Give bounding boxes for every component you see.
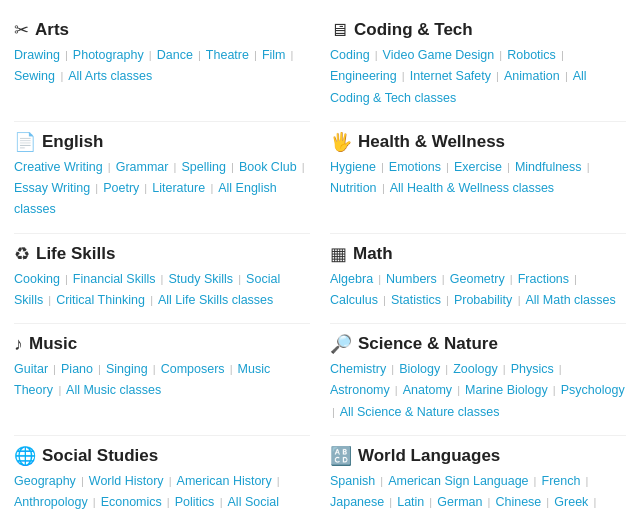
separator: | — [274, 475, 280, 487]
separator: | — [164, 496, 173, 508]
science-nature-icon: 🔎 — [330, 335, 352, 353]
category-link[interactable]: Spanish — [330, 474, 375, 488]
separator: | — [571, 273, 577, 285]
separator: | — [378, 161, 387, 173]
category-link[interactable]: Physics — [511, 362, 554, 376]
category-link[interactable]: Geography — [14, 474, 76, 488]
all-classes-link[interactable]: All Health & Wellness classes — [390, 181, 554, 195]
category-link[interactable]: French — [542, 474, 581, 488]
category-link[interactable]: Essay Writing — [14, 181, 90, 195]
category-link[interactable]: Anthropology — [14, 495, 88, 509]
category-link[interactable]: Fractions — [518, 272, 569, 286]
all-classes-link[interactable]: All Math classes — [525, 293, 615, 307]
separator: | — [150, 294, 153, 306]
category-header: ♻Life Skills — [14, 244, 310, 264]
coding-tech-icon: 🖥 — [330, 21, 348, 39]
category-link[interactable]: Biology — [399, 362, 440, 376]
category-title: Science & Nature — [358, 334, 498, 354]
category-link[interactable]: Calculus — [330, 293, 378, 307]
category-link[interactable]: Robotics — [507, 48, 556, 62]
category-title: English — [42, 132, 103, 152]
category-link[interactable]: Singing — [106, 362, 148, 376]
category-link[interactable]: Statistics — [391, 293, 441, 307]
category-link[interactable]: Zoology — [453, 362, 497, 376]
category-link[interactable]: Coding — [330, 48, 370, 62]
separator: | — [105, 161, 114, 173]
category-link[interactable]: Cooking — [14, 272, 60, 286]
category-link[interactable]: Grammar — [116, 160, 169, 174]
category-link[interactable]: Politics — [175, 495, 215, 509]
arts-icon: ✂ — [14, 21, 29, 39]
category-header: 🖥Coding & Tech — [330, 20, 626, 40]
separator: | — [439, 273, 448, 285]
separator: | — [299, 161, 305, 173]
category-link[interactable]: Economics — [101, 495, 162, 509]
category-link[interactable]: Hygiene — [330, 160, 376, 174]
category-link[interactable]: Dance — [157, 48, 193, 62]
category-link[interactable]: Spelling — [181, 160, 225, 174]
category-header: ♪Music — [14, 334, 310, 354]
all-classes-link[interactable]: All Science & Nature classes — [340, 405, 500, 419]
category-link[interactable]: Critical Thinking — [56, 293, 145, 307]
separator: | — [496, 49, 505, 61]
separator: | — [227, 363, 236, 375]
category-link[interactable]: American History — [177, 474, 272, 488]
category-link[interactable]: Creative Writing — [14, 160, 103, 174]
category-link[interactable]: Sewing — [14, 69, 55, 83]
category-link[interactable]: Film — [262, 48, 286, 62]
category-link[interactable]: Probability — [454, 293, 512, 307]
category-link[interactable]: Latin — [397, 495, 424, 509]
category-link[interactable]: Study Skills — [169, 272, 234, 286]
category-link[interactable]: Literature — [152, 181, 205, 195]
category-link[interactable]: Astronomy — [330, 383, 390, 397]
category-link[interactable]: Anatomy — [403, 383, 452, 397]
category-link[interactable]: Numbers — [386, 272, 437, 286]
category-english: 📄EnglishCreative Writing | Grammar | Spe… — [14, 122, 310, 234]
separator: | — [228, 161, 237, 173]
category-link[interactable]: German — [437, 495, 482, 509]
separator: | — [556, 363, 562, 375]
all-classes-link[interactable]: All Life Skills classes — [158, 293, 273, 307]
separator: | — [493, 70, 502, 82]
category-link[interactable]: Geometry — [450, 272, 505, 286]
all-classes-link[interactable]: All Arts classes — [68, 69, 152, 83]
category-link[interactable]: Theatre — [206, 48, 249, 62]
category-link[interactable]: Psychology — [561, 383, 625, 397]
category-link[interactable]: Exercise — [454, 160, 502, 174]
category-link[interactable]: American Sign Language — [388, 474, 528, 488]
category-link[interactable]: Engineering — [330, 69, 397, 83]
category-link[interactable]: Guitar — [14, 362, 48, 376]
category-link[interactable]: Algebra — [330, 272, 373, 286]
separator: | — [332, 406, 335, 418]
health-wellness-icon: 🖐 — [330, 133, 352, 151]
category-life-skills: ♻Life SkillsCooking | Financial Skills |… — [14, 234, 310, 325]
category-link[interactable]: Chemistry — [330, 362, 386, 376]
category-link[interactable]: Book Club — [239, 160, 297, 174]
category-link[interactable]: Drawing — [14, 48, 60, 62]
category-title: Social Studies — [42, 446, 158, 466]
category-link[interactable]: Internet Safety — [410, 69, 491, 83]
category-link[interactable]: World History — [89, 474, 164, 488]
category-link[interactable]: Mindfulness — [515, 160, 582, 174]
category-link[interactable]: Poetry — [103, 181, 139, 195]
social-studies-icon: 🌐 — [14, 447, 36, 465]
separator: | — [565, 70, 568, 82]
category-link[interactable]: Emotions — [389, 160, 441, 174]
category-link[interactable]: Composers — [161, 362, 225, 376]
category-link[interactable]: Photography — [73, 48, 144, 62]
category-link[interactable]: Chinese — [495, 495, 541, 509]
category-link[interactable]: Animation — [504, 69, 560, 83]
separator: | — [550, 384, 559, 396]
all-classes-link[interactable]: All Music classes — [66, 383, 161, 397]
category-link[interactable]: Japanese — [330, 495, 384, 509]
category-link[interactable]: Video Game Design — [383, 48, 495, 62]
separator: | — [443, 161, 452, 173]
category-link[interactable]: Piano — [61, 362, 93, 376]
category-link[interactable]: Financial Skills — [73, 272, 156, 286]
category-link[interactable]: Nutrition — [330, 181, 377, 195]
separator: | — [158, 273, 167, 285]
category-link[interactable]: Greek — [554, 495, 588, 509]
category-math: ▦MathAlgebra | Numbers | Geometry | Frac… — [330, 234, 626, 325]
separator: | — [504, 161, 513, 173]
category-link[interactable]: Marine Biology — [465, 383, 548, 397]
